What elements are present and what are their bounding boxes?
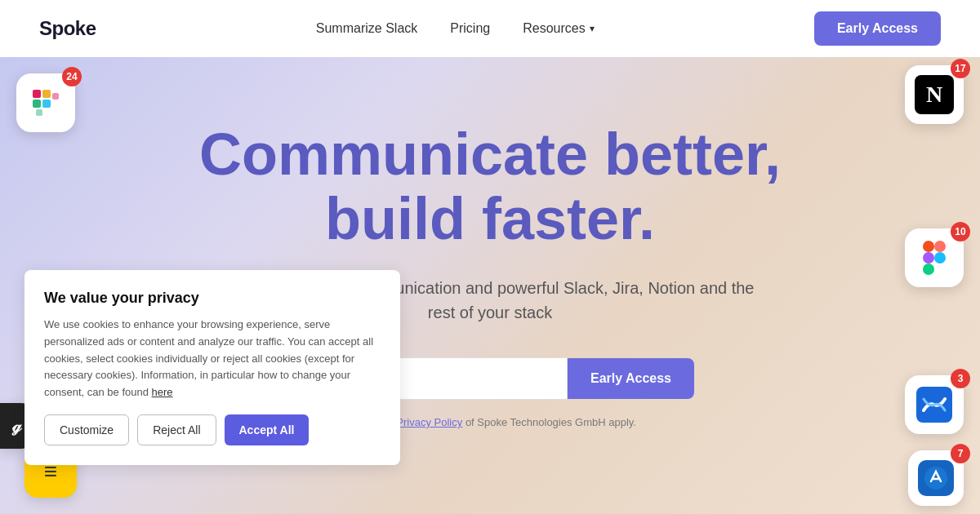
nav-summarize-slack[interactable]: Summarize Slack — [316, 21, 417, 36]
svg-rect-0 — [33, 90, 41, 98]
nav-resources[interactable]: Resources ▾ — [523, 21, 594, 36]
dark-icon-letter: ℊ — [12, 415, 21, 436]
svg-rect-1 — [42, 90, 51, 98]
notion-app-icon: N 17 — [905, 65, 964, 124]
notion-logo-letter: N — [915, 75, 954, 114]
nav-pricing[interactable]: Pricing — [450, 21, 490, 36]
confluence-app-icon: 3 — [905, 375, 964, 434]
nav-links: Summarize Slack Pricing Resources ▾ — [316, 21, 595, 36]
confluence-badge: 3 — [951, 369, 970, 388]
svg-rect-7 — [934, 241, 946, 252]
privacy-title: We value your privacy — [44, 290, 381, 307]
svg-rect-4 — [52, 93, 59, 100]
figma-app-icon: 10 — [905, 228, 964, 287]
svg-rect-10 — [923, 264, 934, 275]
hero-section: 24 N 17 10 3 ≡ 2 ℊ — [0, 57, 980, 514]
hero-early-access-button[interactable]: Early Access — [568, 358, 694, 399]
svg-rect-6 — [923, 241, 934, 252]
customize-button[interactable]: Customize — [44, 414, 129, 445]
svg-rect-5 — [36, 109, 42, 116]
bottom-right-badge: 7 — [951, 444, 970, 463]
svg-rect-8 — [923, 252, 934, 264]
privacy-here-link[interactable]: here — [152, 386, 173, 398]
privacy-body: We use cookies to enhance your browsing … — [44, 317, 381, 401]
svg-rect-3 — [42, 100, 51, 108]
svg-rect-9 — [934, 252, 946, 264]
logo[interactable]: Spoke — [39, 17, 96, 40]
slack-badge: 24 — [62, 67, 82, 86]
confluence-logo — [916, 387, 952, 423]
svg-rect-2 — [33, 100, 41, 108]
chevron-down-icon: ▾ — [590, 23, 595, 34]
reject-all-button[interactable]: Reject All — [137, 414, 216, 445]
bottom-right-app-icon: 7 — [908, 450, 964, 506]
privacy-banner: We value your privacy We use cookies to … — [24, 270, 400, 465]
navbar: Spoke Summarize Slack Pricing Resources … — [0, 0, 980, 57]
privacy-buttons: Customize Reject All Accept All — [44, 414, 381, 445]
notion-badge: 17 — [951, 59, 970, 78]
privacy-link[interactable]: Privacy Policy — [396, 416, 462, 428]
terms-suffix: of Spoke Technologies GmbH apply. — [466, 416, 636, 428]
nav-early-access-button[interactable]: Early Access — [814, 11, 941, 46]
figma-badge: 10 — [951, 222, 970, 241]
slack-app-icon: 24 — [16, 73, 75, 132]
bottom-right-logo — [918, 460, 954, 496]
accept-all-button[interactable]: Accept All — [225, 414, 310, 445]
hero-title: Communicate better, build faster. — [49, 122, 931, 251]
